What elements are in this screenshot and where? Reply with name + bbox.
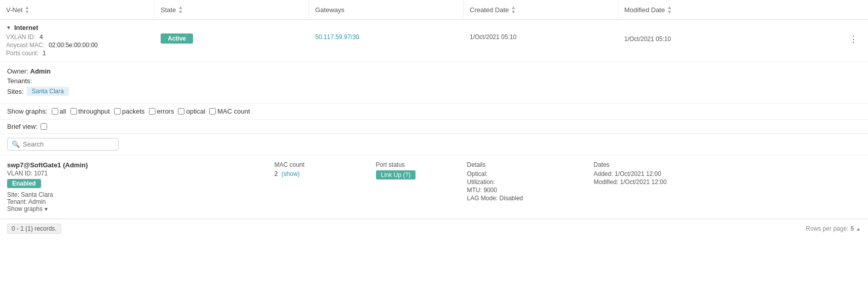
col-header-gateways[interactable]: Gateways (309, 0, 464, 19)
col-state-label: State (161, 6, 176, 14)
internet-created: 1/Oct/2021 05:10 (470, 33, 624, 41)
enabled-badge: Enabled (7, 179, 41, 188)
checkbox-mac-count[interactable]: MAC count (209, 107, 250, 115)
site-value: Santa Clara (21, 191, 53, 198)
modified-line: Modified: 1/Oct/2021 12:00 (594, 178, 861, 186)
chevron-down-icon[interactable]: ▼ (6, 25, 11, 30)
port-show-graphs[interactable]: Show graphs ▼ (7, 205, 275, 212)
checkbox-all-label: all (60, 107, 66, 115)
port-details-col: Details Optical: Utilization: MTU: 9000 … (467, 161, 594, 203)
port-row-top: swp7@SoftGate1 (Admin) VLAN ID: 1071 Ena… (7, 161, 861, 212)
lag-label: LAG Mode: (467, 195, 498, 202)
anycast-label: Anycast MAC: (6, 42, 45, 49)
added-line: Added: 1/Oct/2021 12:00 (594, 170, 861, 177)
port-site: Site: Santa Clara (7, 191, 275, 198)
rows-per-page-label: Rows per page: (806, 225, 848, 232)
site-tag[interactable]: Santa Clara (27, 87, 69, 96)
col-header-modified[interactable]: Modified Date ▲▼ (618, 0, 868, 19)
port-show-graphs-label: Show graphs (7, 205, 43, 212)
checkbox-packets-label: packets (122, 107, 145, 115)
owner-line: Owner: Admin (7, 67, 861, 75)
col-header-created[interactable]: Created Date ▲▼ (464, 0, 618, 19)
checkbox-all-input[interactable] (52, 108, 58, 115)
mac-count-header: MAC count (275, 161, 376, 168)
site-label: Site: (7, 191, 19, 198)
chevron-down-small-icon: ▼ (44, 206, 49, 212)
checkbox-errors-label: errors (157, 107, 174, 115)
vxlan-line: VXLAN ID: 4 (6, 33, 161, 41)
records-count: 0 - 1 (1) records. (7, 224, 61, 234)
checkbox-errors-input[interactable] (149, 108, 156, 115)
internet-details: VXLAN ID: 4 Anycast MAC: 02:00:5e:00:00:… (6, 33, 862, 58)
port-name: swp7@SoftGate1 (Admin) (7, 161, 275, 169)
col-header-vnet[interactable]: V-Net ▲▼ (0, 0, 155, 19)
checkbox-optical-label: optical (186, 107, 205, 115)
port-status-header: Port status (376, 161, 467, 168)
mtu-line: MTU: 9000 (467, 187, 594, 194)
dates-header: Dates (594, 161, 861, 168)
sites-label: Sites: (7, 88, 24, 95)
show-graphs-row: Show graphs: all throughput packets erro… (0, 103, 868, 120)
port-info: swp7@SoftGate1 (Admin) VLAN ID: 1071 Ena… (7, 161, 275, 212)
tenants-label: Tenants: (7, 77, 32, 85)
brief-view-label: Brief view: (7, 123, 37, 130)
details-header: Details (467, 161, 594, 168)
ports-label: Ports count: (6, 50, 39, 57)
checkbox-optical[interactable]: optical (178, 107, 205, 115)
sort-icon-created: ▲▼ (511, 5, 516, 14)
internet-modified: 1/Oct/2021 05:10 ⋮ (624, 33, 862, 45)
modified-date-value: 1/Oct/2021 12:00 (620, 178, 667, 186)
ports-line: Ports count: 1 (6, 50, 161, 57)
owner-value: Admin (30, 67, 51, 75)
port-mac-col: MAC count 2 (show) (275, 161, 376, 177)
checkbox-optical-input[interactable] (178, 108, 184, 115)
rows-per-page-value: 5 (850, 225, 854, 232)
sort-icon-state: ▲▼ (178, 5, 183, 14)
checkbox-errors[interactable]: errors (149, 107, 174, 115)
search-icon: 🔍 (12, 140, 20, 148)
search-input[interactable] (23, 140, 114, 148)
modified-date-label: Modified: (594, 178, 619, 186)
lag-line: LAG Mode: Disabled (467, 195, 594, 202)
vlan-value: 1071 (34, 170, 48, 177)
col-created-label: Created Date (470, 6, 509, 14)
checkbox-throughput[interactable]: throughput (70, 107, 110, 115)
rows-sort-icon[interactable]: ▲ (856, 226, 861, 232)
checkbox-throughput-label: throughput (79, 107, 110, 115)
col-gateways-label: Gateways (315, 6, 345, 14)
checkbox-throughput-input[interactable] (70, 108, 77, 115)
tenant-label: Tenant: (7, 198, 27, 205)
anycast-line: Anycast MAC: 02:00:5e:00:00:00 (6, 42, 161, 49)
vxlan-value: 4 (40, 33, 43, 41)
port-dates-col: Dates Added: 1/Oct/2021 12:00 Modified: … (594, 161, 861, 187)
tenant-value: Admin (28, 198, 46, 205)
internet-name: Internet (14, 24, 39, 31)
checkbox-packets[interactable]: packets (114, 107, 145, 115)
internet-header: ▼ Internet (6, 24, 862, 31)
owner-label: Owner: (7, 67, 28, 75)
sort-icon-vnet: ▲▼ (25, 5, 30, 14)
mac-count-show-link[interactable]: (show) (282, 170, 300, 177)
optical-label: Optical: (467, 170, 488, 177)
sites-line: Sites: Santa Clara (7, 87, 861, 96)
brief-view-checkbox[interactable] (41, 123, 47, 130)
internet-gateways: 50.117.59.97/30 (315, 33, 470, 41)
internet-row: ▼ Internet VXLAN ID: 4 Anycast MAC: 02:0… (0, 20, 868, 62)
footer-row: 0 - 1 (1) records. Rows per page: 5 ▲ (0, 219, 868, 238)
checkbox-mac-count-input[interactable] (209, 108, 216, 115)
col-header-state[interactable]: State ▲▼ (155, 0, 309, 19)
col-vnet-label: V-Net (6, 6, 23, 14)
three-dot-menu[interactable]: ⋮ (845, 33, 862, 45)
col-modified-label: Modified Date (624, 6, 665, 14)
mtu-value: 9000 (483, 187, 497, 194)
internet-meta: VXLAN ID: 4 Anycast MAC: 02:00:5e:00:00:… (6, 33, 161, 58)
checkbox-packets-input[interactable] (114, 108, 121, 115)
port-status-col: Port status Link Up (?) (376, 161, 467, 179)
vxlan-label: VXLAN ID: (6, 33, 35, 41)
added-label: Added: (594, 170, 613, 177)
ports-value: 1 (43, 50, 46, 57)
internet-state: Active (161, 33, 315, 44)
added-value: 1/Oct/2021 12:00 (615, 170, 661, 177)
checkbox-all[interactable]: all (52, 107, 66, 115)
port-tenant: Tenant: Admin (7, 198, 275, 205)
